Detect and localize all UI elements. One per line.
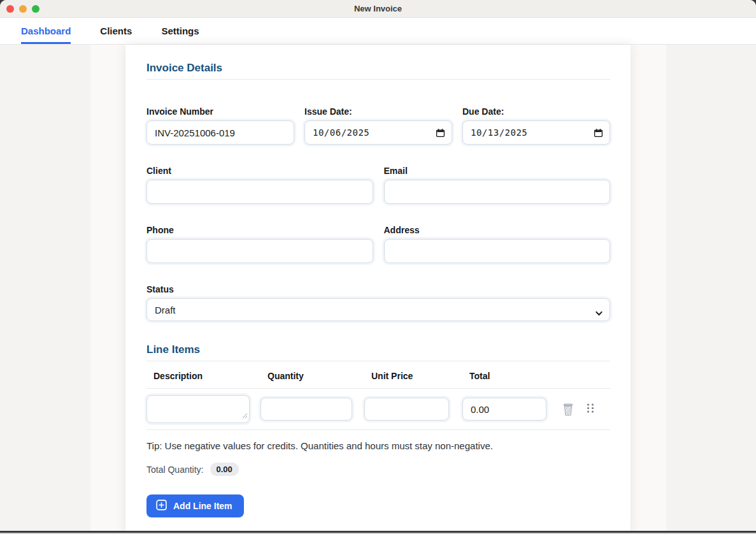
section-divider	[146, 79, 610, 80]
tab-clients[interactable]: Clients	[100, 18, 132, 44]
window-title: New Invoice	[0, 4, 756, 13]
address-label: Address	[384, 226, 611, 235]
line-item-row	[146, 389, 610, 429]
total-quantity-badge: 0.00	[210, 463, 239, 476]
app-window: New Invoice Dashboard Clients Settings I…	[0, 0, 756, 534]
tip-text: Tip: Use negative values for credits. Qu…	[146, 440, 610, 452]
unit-price-field[interactable]	[364, 398, 449, 421]
tab-settings[interactable]: Settings	[161, 18, 199, 44]
description-field[interactable]	[146, 395, 250, 423]
tab-dashboard-label: Dashboard	[21, 25, 71, 36]
due-date-field[interactable]	[462, 120, 610, 145]
column-quantity: Quantity	[266, 371, 357, 381]
status-select[interactable]: Draft	[146, 298, 610, 321]
phone-label: Phone	[146, 226, 373, 235]
line-total-field[interactable]	[462, 398, 546, 421]
line-items-header: Description Quantity Unit Price Total	[146, 371, 610, 388]
invoice-form-card: Invoice Details Invoice Number Issue Dat…	[125, 45, 631, 534]
add-line-item-label: Add Line Item	[173, 501, 232, 511]
issue-date-field[interactable]	[304, 120, 452, 145]
main-area: Invoice Details Invoice Number Issue Dat…	[0, 45, 756, 534]
status-row: Status Draft	[146, 285, 610, 321]
column-unit-price: Unit Price	[369, 371, 454, 381]
issue-date-label: Issue Date:	[304, 107, 452, 117]
drag-handle-icon[interactable]	[586, 403, 595, 416]
window-bottom-edge	[0, 531, 756, 533]
column-total: Total	[467, 371, 552, 381]
phone-address-row: Phone Address	[146, 226, 610, 263]
table-divider	[146, 429, 610, 430]
trash-icon	[562, 408, 574, 418]
invoice-number-field[interactable]	[146, 120, 294, 145]
nav-bar: Dashboard Clients Settings	[0, 18, 756, 45]
client-field[interactable]	[146, 180, 373, 204]
quantity-field[interactable]	[260, 398, 352, 421]
invoice-meta-row: Invoice Number Issue Date:	[146, 107, 610, 145]
status-label: Status	[146, 285, 610, 294]
email-label: Email	[384, 166, 611, 176]
address-field[interactable]	[384, 239, 611, 263]
due-date-label: Due Date:	[462, 107, 610, 117]
plus-square-icon	[156, 500, 167, 512]
delete-row-button[interactable]	[562, 403, 574, 416]
invoice-details-heading: Invoice Details	[146, 62, 610, 74]
client-label: Client	[146, 166, 373, 176]
add-line-item-button[interactable]: Add Line Item	[146, 494, 244, 517]
phone-field[interactable]	[146, 239, 373, 263]
client-email-row: Client Email	[146, 166, 610, 204]
tab-dashboard[interactable]: Dashboard	[21, 18, 71, 44]
line-items-heading: Line Items	[146, 344, 610, 356]
column-description: Description	[152, 371, 255, 381]
email-field[interactable]	[384, 180, 611, 204]
tab-settings-label: Settings	[161, 25, 199, 36]
content-column: Invoice Details Invoice Number Issue Dat…	[90, 45, 666, 534]
tab-clients-label: Clients	[100, 25, 132, 36]
title-bar: New Invoice	[0, 0, 756, 18]
total-quantity-row: Total Quantity: 0.00	[146, 463, 610, 476]
invoice-number-label: Invoice Number	[146, 107, 294, 117]
total-quantity-label: Total Quantity:	[146, 465, 204, 475]
section-divider	[146, 361, 610, 361]
